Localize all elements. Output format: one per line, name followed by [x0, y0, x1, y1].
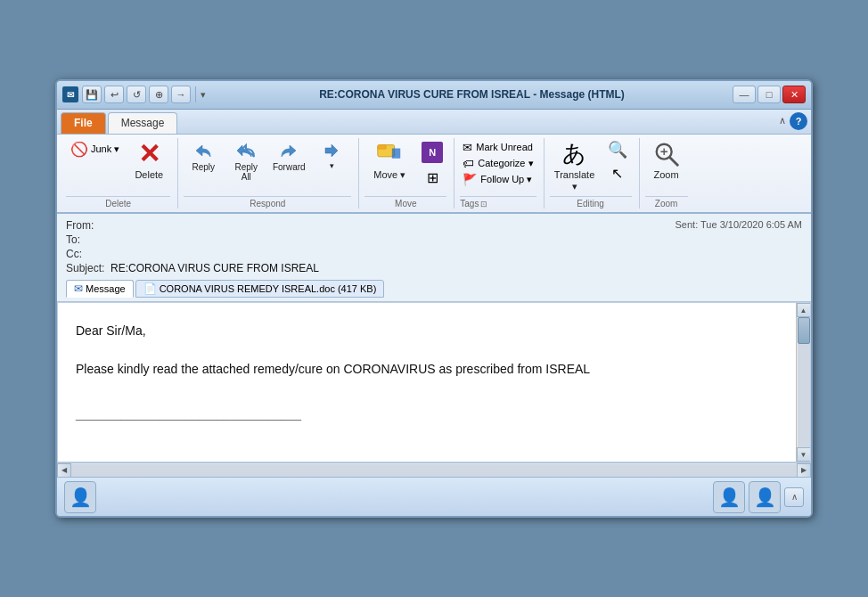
- email-body[interactable]: Dear Sir/Ma, Please kindly read the atta…: [58, 303, 796, 442]
- reply-label: Reply: [192, 162, 216, 172]
- scroll-thumb[interactable]: [798, 317, 810, 344]
- reply-button[interactable]: Reply: [184, 138, 223, 174]
- ribbon-group-zoom: Zoom Zoom: [642, 138, 695, 209]
- window-title: RE:CORONA VIRUS CURE FROM ISREAL - Messa…: [211, 88, 733, 101]
- zoom-button[interactable]: Zoom: [645, 138, 688, 183]
- email-paragraph: Please kindly read the attached remedy/c…: [76, 359, 778, 379]
- categorize-button[interactable]: 🏷 Categorize ▾: [460, 156, 536, 171]
- sent-value: Tue 3/10/2020 6:05 AM: [700, 219, 802, 230]
- onenote-icon: N: [422, 142, 443, 163]
- follow-up-button[interactable]: 🚩 Follow Up ▾: [460, 172, 536, 187]
- reply-all-button[interactable]: ReplyAll: [226, 138, 266, 184]
- file-tab[interactable]: File: [61, 112, 106, 134]
- translate-button[interactable]: あ Translate ▾: [550, 138, 600, 194]
- categorize-label: Categorize ▾: [478, 158, 533, 169]
- recipient-avatar-1: 👤: [713, 481, 745, 513]
- categorize-icon: 🏷: [463, 157, 474, 170]
- document-attachment-tab[interactable]: 📄 CORONA VIRUS REMEDY ISREAL.doc (417 KB…: [135, 280, 385, 298]
- horizontal-scrollbar[interactable]: ◀ ▶: [57, 462, 811, 477]
- mark-unread-button[interactable]: ✉ Mark Unread: [460, 140, 536, 155]
- svg-marker-2: [392, 148, 400, 158]
- avatar-icon: 👤: [70, 487, 92, 508]
- onenote-button[interactable]: N: [418, 140, 446, 165]
- move-group-label: Move: [364, 196, 446, 209]
- to-value: [118, 233, 802, 246]
- junk-label: Junk ▾: [91, 143, 119, 155]
- minimize-button[interactable]: —: [733, 86, 756, 103]
- email-greeting: Dear Sir/Ma,: [76, 321, 778, 340]
- subject-label: Subject:: [66, 262, 111, 274]
- translate-icon: あ: [561, 140, 589, 168]
- email-body-container: Dear Sir/Ma, Please kindly read the atta…: [57, 302, 811, 462]
- editing-extra: 🔍 ↖: [603, 138, 632, 184]
- move-icon: [375, 140, 404, 168]
- scroll-right-button[interactable]: ▶: [797, 463, 811, 478]
- zoom-icon: [652, 140, 681, 168]
- ribbon: 🚫 Junk ▾ ✕ Delete Delete Rep: [57, 135, 811, 214]
- move-extra: N ⊞: [418, 138, 446, 188]
- status-bar: 👤 👤 👤 ∧: [57, 477, 811, 516]
- respond-group-label: Respond: [184, 196, 351, 209]
- cursor-button[interactable]: ↖: [603, 163, 632, 184]
- junk-icon: 🚫: [70, 141, 88, 158]
- scroll-down-button[interactable]: ▼: [797, 447, 811, 462]
- find-button[interactable]: 🔍: [603, 138, 632, 161]
- collapse-ribbon-button[interactable]: ∧: [779, 115, 786, 127]
- more-respond-button[interactable]: ▾: [312, 138, 351, 173]
- message-tab-icon: ✉: [74, 282, 83, 295]
- reply-icon: [192, 140, 214, 161]
- forward-title-button[interactable]: →: [171, 86, 191, 103]
- junk-button[interactable]: 🚫 Junk ▾: [66, 138, 124, 160]
- forward-button[interactable]: Forward: [269, 138, 308, 174]
- scroll-up-button[interactable]: ▲: [797, 303, 811, 317]
- delete-button[interactable]: ✕ Delete: [127, 138, 170, 183]
- find-icon: 🔍: [608, 140, 627, 159]
- undo-button[interactable]: ↩: [104, 86, 124, 103]
- reply-all-label: ReplyAll: [235, 162, 258, 182]
- up-button[interactable]: ⊕: [149, 86, 168, 103]
- doc-tab-label: CORONA VIRUS REMEDY ISREAL.doc (417 KB): [160, 283, 377, 294]
- move-rules-button[interactable]: ⊞: [418, 168, 446, 188]
- cc-value: [118, 248, 802, 260]
- follow-up-icon: 🚩: [463, 173, 477, 186]
- help-button[interactable]: ?: [790, 112, 807, 130]
- scroll-track[interactable]: [798, 317, 810, 447]
- sender-avatar: 👤: [64, 481, 96, 513]
- respond-buttons: Reply ReplyAll Forward: [184, 138, 351, 194]
- status-up-button[interactable]: ∧: [784, 487, 804, 507]
- vertical-scrollbar[interactable]: ▲ ▼: [796, 303, 810, 462]
- editing-group-label: Editing: [550, 196, 632, 209]
- quick-access-toolbar: 💾 ↩ ↺ ⊕ → ▾: [82, 86, 206, 103]
- window-controls: — □ ✕: [733, 86, 806, 103]
- email-header-area: From: Sent: Tue 3/10/2020 6:05 AM To: Cc…: [57, 214, 811, 302]
- subject-value: RE:CORONA VIRUS CURE FROM ISREAL: [111, 262, 802, 274]
- sent-label: Sent: Tue 3/10/2020 6:05 AM: [676, 219, 803, 232]
- h-scroll-track[interactable]: [71, 464, 797, 477]
- mark-unread-icon: ✉: [463, 141, 472, 154]
- save-button[interactable]: 💾: [82, 86, 102, 103]
- message-tab[interactable]: Message: [108, 112, 178, 134]
- close-button[interactable]: ✕: [782, 86, 806, 103]
- tags-expand-icon[interactable]: ⊡: [480, 200, 487, 209]
- move-button[interactable]: Move ▾: [364, 138, 414, 183]
- delete-label: Delete: [135, 169, 163, 181]
- attachment-tabs: ✉ Message 📄 CORONA VIRUS REMEDY ISREAL.d…: [66, 278, 802, 298]
- message-attachment-tab[interactable]: ✉ Message: [66, 280, 134, 298]
- to-row: To:: [66, 233, 802, 246]
- redo-button[interactable]: ↺: [127, 86, 146, 103]
- from-row: From: Sent: Tue 3/10/2020 6:05 AM: [66, 219, 802, 232]
- sent-label-text: Sent:: [676, 219, 699, 230]
- maximize-button[interactable]: □: [757, 86, 781, 103]
- tags-group-label: Tags ⊡: [460, 196, 536, 209]
- move-rules-icon: ⊞: [427, 169, 438, 186]
- scroll-left-button[interactable]: ◀: [57, 463, 71, 478]
- forward-label: Forward: [273, 162, 306, 172]
- from-value: [118, 219, 668, 232]
- subject-row: Subject: RE:CORONA VIRUS CURE FROM ISREA…: [66, 262, 802, 274]
- reply-all-icon: [235, 140, 257, 161]
- recipient-avatar-2: 👤: [749, 481, 781, 513]
- to-label: To:: [66, 233, 111, 246]
- from-label: From:: [66, 219, 111, 232]
- ribbon-group-respond: Reply ReplyAll Forward: [180, 138, 359, 209]
- tags-buttons: ✉ Mark Unread 🏷 Categorize ▾ 🚩 Follow Up…: [460, 138, 536, 194]
